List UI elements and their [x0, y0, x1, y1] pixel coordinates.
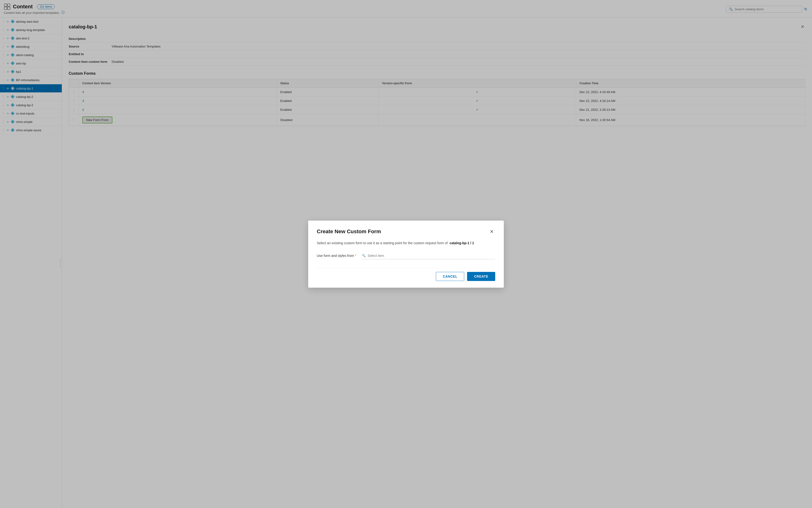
required-indicator: * [355, 254, 356, 258]
modal-footer: CANCEL CREATE [317, 268, 495, 281]
select-item-input[interactable] [368, 254, 495, 258]
modal-description: Select an existing custom form to use it… [317, 241, 495, 246]
select-item-container: 🔍 [362, 252, 495, 259]
modal-title: Create New Custom Form [317, 228, 381, 235]
select-search-icon: 🔍 [362, 254, 366, 257]
modal-close-button[interactable]: ✕ [488, 228, 495, 235]
app-container: Content 101 items Content lists all your… [0, 0, 812, 508]
create-custom-form-modal: Create New Custom Form ✕ Select an exist… [308, 221, 504, 288]
form-label: Use form and styles from * [317, 254, 356, 258]
create-button[interactable]: CREATE [467, 272, 495, 281]
modal-header: Create New Custom Form ✕ [317, 228, 495, 235]
cancel-button[interactable]: CANCEL [436, 272, 464, 281]
modal-form-group: Use form and styles from * 🔍 [317, 252, 495, 259]
modal-overlay[interactable]: Create New Custom Form ✕ Select an exist… [0, 0, 812, 508]
